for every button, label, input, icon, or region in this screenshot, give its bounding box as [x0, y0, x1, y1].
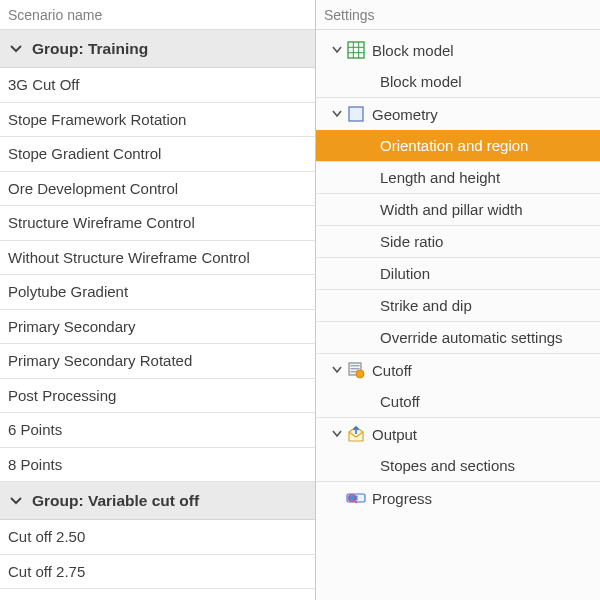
tree-node-block-model[interactable]: Block model	[316, 34, 600, 66]
scenario-item[interactable]: Polytube Gradient	[0, 275, 315, 310]
scenario-item[interactable]: 3G Cut Off	[0, 68, 315, 103]
svg-rect-5	[349, 107, 363, 121]
tree-node-geometry[interactable]: Geometry	[316, 98, 600, 130]
chevron-down-icon	[10, 43, 22, 55]
tree-child-stopes-sections[interactable]: Stopes and sections	[316, 450, 600, 482]
group-label: Group: Variable cut off	[32, 492, 199, 510]
tree-label: Stopes and sections	[378, 457, 515, 474]
tree-child-cutoff[interactable]: Cutoff	[316, 386, 600, 418]
settings-panel-header: Settings	[316, 0, 600, 30]
tree-label: Cutoff	[378, 393, 420, 410]
tree-child-side-ratio[interactable]: Side ratio	[316, 226, 600, 258]
tree-label: Strike and dip	[378, 297, 472, 314]
tree-child-block-model[interactable]: Block model	[316, 66, 600, 98]
tree-node-cutoff[interactable]: Cutoff	[316, 354, 600, 386]
settings-panel: Settings Block model	[316, 0, 600, 600]
tree-node-output[interactable]: Output	[316, 418, 600, 450]
chevron-down-icon	[328, 429, 346, 439]
tree-label: Orientation and region	[378, 137, 528, 154]
svg-rect-8	[351, 368, 360, 369]
tree-label: Output	[370, 426, 417, 443]
tree-label: Dilution	[378, 265, 430, 282]
scenario-panel-header: Scenario name	[0, 0, 315, 30]
tree-node-progress[interactable]: Progress	[316, 482, 600, 514]
tree-label: Geometry	[370, 106, 438, 123]
group-header-training[interactable]: Group: Training	[0, 30, 315, 68]
output-icon	[346, 424, 366, 444]
tree-label: Width and pillar width	[378, 201, 523, 218]
tree-label: Length and height	[378, 169, 500, 186]
scenario-item[interactable]: Primary Secondary Rotated	[0, 344, 315, 379]
chevron-down-icon	[328, 45, 346, 55]
progress-icon	[346, 488, 366, 508]
svg-rect-0	[348, 42, 364, 58]
scenario-item[interactable]: Stope Gradient Control	[0, 137, 315, 172]
geometry-icon	[346, 104, 366, 124]
group-header-variable-cutoff[interactable]: Group: Variable cut off	[0, 482, 315, 520]
settings-tree: Block model Block model Geometry	[316, 30, 600, 600]
scenario-item[interactable]: Ore Development Control	[0, 172, 315, 207]
tree-child-strike-dip[interactable]: Strike and dip	[316, 290, 600, 322]
tree-child-width-pillar[interactable]: Width and pillar width	[316, 194, 600, 226]
scenario-panel: Scenario name Group: Training 3G Cut Off…	[0, 0, 316, 600]
group-label: Group: Training	[32, 40, 148, 58]
tree-child-override-auto[interactable]: Override automatic settings	[316, 322, 600, 354]
scenario-item[interactable]: 6 Points	[0, 413, 315, 448]
svg-rect-7	[351, 365, 360, 366]
tree-label: Side ratio	[378, 233, 443, 250]
svg-point-10	[356, 370, 364, 378]
chevron-down-icon	[328, 109, 346, 119]
tree-label: Override automatic settings	[378, 329, 563, 346]
cutoff-icon	[346, 360, 366, 380]
chevron-down-icon	[10, 495, 22, 507]
chevron-down-icon	[328, 365, 346, 375]
scenario-item[interactable]: Cut off 2.75	[0, 555, 315, 590]
scenario-item[interactable]: 8 Points	[0, 448, 315, 483]
scenario-item[interactable]: Stope Framework Rotation	[0, 103, 315, 138]
scenario-item[interactable]: Primary Secondary	[0, 310, 315, 345]
tree-child-length-height[interactable]: Length and height	[316, 162, 600, 194]
tree-child-dilution[interactable]: Dilution	[316, 258, 600, 290]
scenario-item[interactable]: Without Structure Wireframe Control	[0, 241, 315, 276]
scenario-item[interactable]: Cut off 2.50	[0, 520, 315, 555]
tree-label: Progress	[370, 490, 432, 507]
scenario-item[interactable]: Structure Wireframe Control	[0, 206, 315, 241]
tree-label: Block model	[378, 73, 462, 90]
tree-label: Cutoff	[370, 362, 412, 379]
tree-label: Block model	[370, 42, 454, 59]
tree-child-orientation-region[interactable]: Orientation and region	[316, 130, 600, 162]
block-model-icon	[346, 40, 366, 60]
scenario-item[interactable]: Post Processing	[0, 379, 315, 414]
